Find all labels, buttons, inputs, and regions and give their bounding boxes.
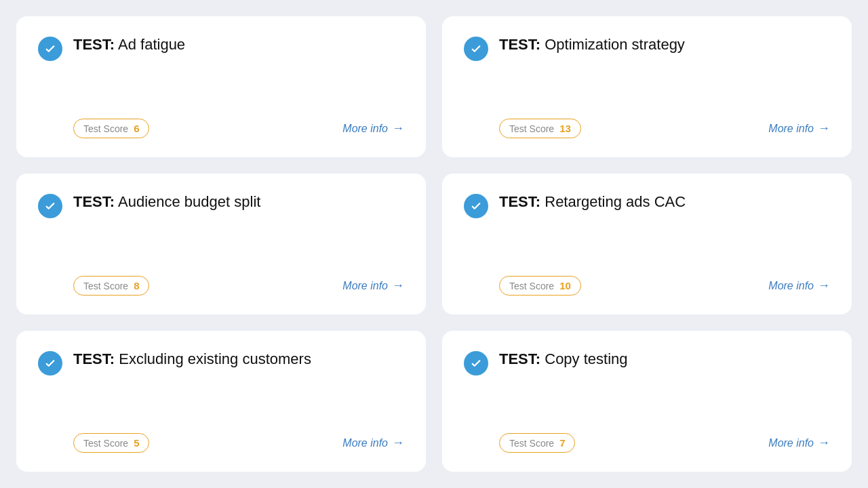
score-badge: Test Score 7 <box>499 433 575 453</box>
score-value: 10 <box>559 280 571 291</box>
score-label: Test Score <box>83 438 128 449</box>
more-info-label: More info <box>342 280 388 292</box>
score-label: Test Score <box>509 281 554 291</box>
score-value: 13 <box>559 123 571 134</box>
card-audience-budget-split: TEST: Audience budget split Test Score 8… <box>16 174 426 314</box>
card-footer: Test Score 10 More info → <box>464 276 830 296</box>
score-value: 5 <box>134 437 139 449</box>
card-footer: Test Score 7 More info → <box>464 433 830 453</box>
score-badge: Test Score 5 <box>73 433 149 453</box>
card-header: TEST: Optimization strategy <box>464 35 830 61</box>
more-info-arrow-icon: → <box>818 121 830 136</box>
card-title-bold: TEST: <box>499 350 540 367</box>
check-icon <box>464 37 488 61</box>
card-copy-testing: TEST: Copy testing Test Score 7 More inf… <box>442 331 852 472</box>
card-header: TEST: Excluding existing customers <box>38 350 404 375</box>
check-icon <box>38 37 62 61</box>
more-info-link[interactable]: More info → <box>768 436 830 450</box>
more-info-label: More info <box>768 437 814 449</box>
score-badge: Test Score 8 <box>73 276 149 296</box>
card-footer: Test Score 13 More info → <box>464 119 830 138</box>
more-info-arrow-icon: → <box>392 436 404 450</box>
more-info-arrow-icon: → <box>818 436 830 450</box>
more-info-link[interactable]: More info → <box>342 436 404 450</box>
score-value: 8 <box>134 280 139 291</box>
more-info-label: More info <box>342 437 388 449</box>
more-info-label: More info <box>342 123 388 135</box>
card-footer: Test Score 6 More info → <box>38 119 404 138</box>
more-info-arrow-icon: → <box>392 121 404 136</box>
card-header: TEST: Copy testing <box>464 350 830 375</box>
more-info-link[interactable]: More info → <box>342 121 404 136</box>
more-info-link[interactable]: More info → <box>768 121 830 136</box>
score-badge: Test Score 10 <box>499 276 581 296</box>
score-value: 7 <box>559 437 565 449</box>
card-title: TEST: Ad fatigue <box>73 35 185 55</box>
card-header: TEST: Retargeting ads CAC <box>464 192 830 218</box>
score-badge: Test Score 13 <box>499 119 581 138</box>
card-optimization-strategy: TEST: Optimization strategy Test Score 1… <box>442 16 852 157</box>
score-value: 6 <box>134 123 139 134</box>
more-info-arrow-icon: → <box>818 279 830 293</box>
card-excluding-existing-customers: TEST: Excluding existing customers Test … <box>16 331 426 472</box>
card-footer: Test Score 8 More info → <box>38 276 404 296</box>
more-info-link[interactable]: More info → <box>768 279 830 293</box>
more-info-label: More info <box>768 123 814 135</box>
card-retargeting-ads-cac: TEST: Retargeting ads CAC Test Score 10 … <box>442 174 852 314</box>
card-title: TEST: Excluding existing customers <box>73 350 311 369</box>
check-icon <box>464 194 488 218</box>
card-title: TEST: Retargeting ads CAC <box>499 192 686 212</box>
card-title: TEST: Optimization strategy <box>499 35 685 55</box>
more-info-arrow-icon: → <box>392 279 404 293</box>
card-title-bold: TEST: <box>73 36 115 53</box>
check-icon <box>38 194 62 218</box>
card-title-bold: TEST: <box>499 36 540 53</box>
card-title-bold: TEST: <box>73 193 115 210</box>
card-title-bold: TEST: <box>499 193 540 210</box>
card-header: TEST: Audience budget split <box>38 192 404 218</box>
check-icon <box>38 351 62 375</box>
card-title: TEST: Audience budget split <box>73 192 260 212</box>
card-title-bold: TEST: <box>73 350 115 367</box>
card-footer: Test Score 5 More info → <box>38 433 404 453</box>
more-info-label: More info <box>768 280 814 292</box>
more-info-link[interactable]: More info → <box>342 279 404 293</box>
score-badge: Test Score 6 <box>73 119 149 138</box>
card-grid: TEST: Ad fatigue Test Score 6 More info … <box>0 0 868 488</box>
score-label: Test Score <box>83 123 128 134</box>
score-label: Test Score <box>509 123 554 134</box>
check-icon <box>464 351 488 375</box>
card-header: TEST: Ad fatigue <box>38 35 404 61</box>
score-label: Test Score <box>509 438 554 449</box>
card-title: TEST: Copy testing <box>499 350 628 369</box>
score-label: Test Score <box>83 281 128 291</box>
card-ad-fatigue: TEST: Ad fatigue Test Score 6 More info … <box>16 16 426 157</box>
